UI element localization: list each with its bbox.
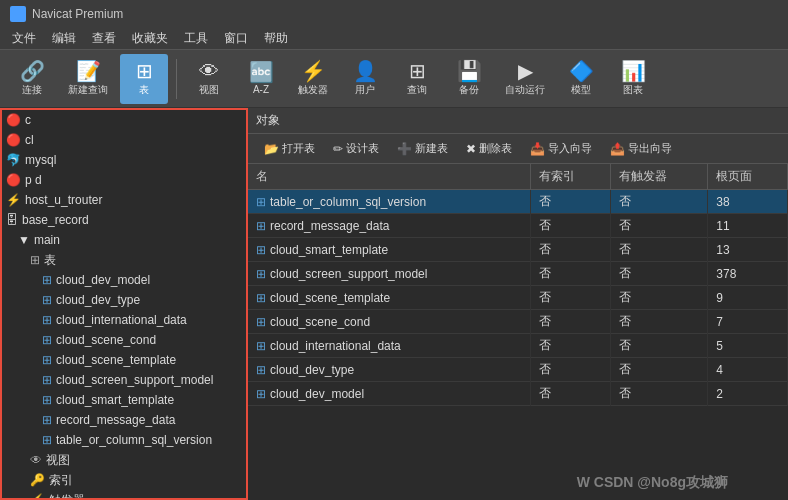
table-row[interactable]: ⊞cloud_scene_cond否否7 xyxy=(248,310,788,334)
sidebar-tree-item[interactable]: ⊞record_message_data xyxy=(2,410,246,430)
menu-item-窗口[interactable]: 窗口 xyxy=(216,28,256,49)
obj-btn-open-table[interactable]: 📂打开表 xyxy=(256,137,323,161)
toolbar-btn-trigger[interactable]: ⚡触发器 xyxy=(289,54,337,104)
table-row-icon: ⊞ xyxy=(256,387,266,401)
tree-label: 索引 xyxy=(49,472,73,489)
sidebar-item[interactable]: 🔴c xyxy=(2,110,246,130)
tree-icon: ⊞ xyxy=(30,253,40,267)
sidebar-item[interactable]: ⚡host_u_trouter xyxy=(2,190,246,210)
obj-btn-import-wizard[interactable]: 📥导入向导 xyxy=(522,137,600,161)
obj-btn-export-wizard[interactable]: 📤导出向导 xyxy=(602,137,680,161)
tree-label: 表 xyxy=(44,252,56,269)
table-name-cell: ⊞record_message_data xyxy=(248,214,530,238)
sidebar-tree-item[interactable]: ⊞cloud_screen_support_model xyxy=(2,370,246,390)
sidebar-item[interactable]: 🐬mysql xyxy=(2,150,246,170)
menu-item-编辑[interactable]: 编辑 xyxy=(44,28,84,49)
sidebar-tree-item[interactable]: 👁视图 xyxy=(2,450,246,470)
db-label: base_record xyxy=(22,213,89,227)
app-icon xyxy=(10,6,26,22)
new-query-label: 新建查询 xyxy=(68,83,108,97)
autorun-icon: ▶ xyxy=(518,61,533,81)
table-row[interactable]: ⊞table_or_column_sql_version否否38 xyxy=(248,190,788,214)
table-row-icon: ⊞ xyxy=(256,315,266,329)
query-icon: ⊞ xyxy=(409,61,426,81)
tree-icon: ⊞ xyxy=(42,393,52,407)
sidebar-icon: 🔴 xyxy=(6,133,21,147)
table-row[interactable]: ⊞cloud_smart_template否否13 xyxy=(248,238,788,262)
has-index-cell: 否 xyxy=(530,310,610,334)
sidebar-tree-item[interactable]: ⊞table_or_column_sql_version xyxy=(2,430,246,450)
connect-label: 连接 xyxy=(22,83,42,97)
toolbar-btn-connect[interactable]: 🔗连接 xyxy=(8,54,56,104)
toolbar-btn-user[interactable]: 👤用户 xyxy=(341,54,389,104)
has-trigger-cell: 否 xyxy=(610,382,708,406)
has-index-cell: 否 xyxy=(530,214,610,238)
import-wizard-label: 导入向导 xyxy=(548,141,592,156)
sidebar-tree-item[interactable]: 🔑索引 xyxy=(2,470,246,490)
sidebar-tree-item[interactable]: ⊞cloud_scene_cond xyxy=(2,330,246,350)
menu-item-工具[interactable]: 工具 xyxy=(176,28,216,49)
table-row[interactable]: ⊞record_message_data否否11 xyxy=(248,214,788,238)
sidebar: 🔴c🔴cl🐬mysql🔴p d⚡host_u_trouter🗄base_reco… xyxy=(0,108,248,500)
has-trigger-cell: 否 xyxy=(610,190,708,214)
toolbar-btn-table[interactable]: ⊞表 xyxy=(120,54,168,104)
view-icon: 👁 xyxy=(199,61,219,81)
sidebar-tree-item[interactable]: ⊞cloud_dev_model xyxy=(2,270,246,290)
sidebar-tree-item[interactable]: ⊞cloud_dev_type xyxy=(2,290,246,310)
toolbar-btn-chart[interactable]: 📊图表 xyxy=(609,54,657,104)
backup-label: 备份 xyxy=(459,83,479,97)
menu-item-查看[interactable]: 查看 xyxy=(84,28,124,49)
menu-item-文件[interactable]: 文件 xyxy=(4,28,44,49)
table-row[interactable]: ⊞cloud_screen_support_model否否378 xyxy=(248,262,788,286)
obj-btn-design-table[interactable]: ✏设计表 xyxy=(325,137,387,161)
sidebar-tree-item[interactable]: ⊞cloud_scene_template xyxy=(2,350,246,370)
has-index-cell: 否 xyxy=(530,262,610,286)
sidebar-item-schema[interactable]: ▼main xyxy=(2,230,246,250)
sidebar-label: host_u_trouter xyxy=(25,193,102,207)
delete-table-icon: ✖ xyxy=(466,142,476,156)
sidebar-icon: ⚡ xyxy=(6,193,21,207)
tree-label: cloud_scene_template xyxy=(56,353,176,367)
obj-btn-new-table[interactable]: ➕新建表 xyxy=(389,137,456,161)
tree-icon: ⊞ xyxy=(42,293,52,307)
table-row[interactable]: ⊞cloud_dev_type否否4 xyxy=(248,358,788,382)
menu-item-收藏夹[interactable]: 收藏夹 xyxy=(124,28,176,49)
tree-icon: ⊞ xyxy=(42,413,52,427)
sidebar-tree-item[interactable]: ⚡触发器 xyxy=(2,490,246,500)
sidebar-tree-item[interactable]: ⊞cloud_smart_template xyxy=(2,390,246,410)
col-header: 名 xyxy=(248,164,530,190)
object-header: 对象 xyxy=(248,108,788,134)
has-trigger-cell: 否 xyxy=(610,214,708,238)
sidebar-tree-item[interactable]: ⊞cloud_international_data xyxy=(2,310,246,330)
toolbar-btn-backup[interactable]: 💾备份 xyxy=(445,54,493,104)
table-row-icon: ⊞ xyxy=(256,363,266,377)
has-trigger-cell: 否 xyxy=(610,286,708,310)
table-row-icon: ⊞ xyxy=(256,267,266,281)
col-header: 有触发器 xyxy=(610,164,708,190)
toolbar-btn-view[interactable]: 👁视图 xyxy=(185,54,233,104)
has-trigger-cell: 否 xyxy=(610,310,708,334)
sidebar-item[interactable]: 🔴cl xyxy=(2,130,246,150)
table-row[interactable]: ⊞cloud_scene_template否否9 xyxy=(248,286,788,310)
obj-btn-delete-table[interactable]: ✖删除表 xyxy=(458,137,520,161)
toolbar-btn-az[interactable]: 🔤A-Z xyxy=(237,54,285,104)
az-label: A-Z xyxy=(253,84,269,95)
new-table-icon: ➕ xyxy=(397,142,412,156)
sidebar-item-db[interactable]: 🗄base_record xyxy=(2,210,246,230)
toolbar-btn-query[interactable]: ⊞查询 xyxy=(393,54,441,104)
toolbar-btn-model[interactable]: 🔷模型 xyxy=(557,54,605,104)
root-page-cell: 13 xyxy=(708,238,788,262)
has-index-cell: 否 xyxy=(530,190,610,214)
toolbar-btn-new-query[interactable]: 📝新建查询 xyxy=(60,54,116,104)
tree-icon: ⊞ xyxy=(42,313,52,327)
sidebar-label: p d xyxy=(25,173,42,187)
sidebar-tree-item[interactable]: ⊞表 xyxy=(2,250,246,270)
root-page-cell: 4 xyxy=(708,358,788,382)
toolbar-btn-autorun[interactable]: ▶自动运行 xyxy=(497,54,553,104)
table-row[interactable]: ⊞cloud_dev_model否否2 xyxy=(248,382,788,406)
table-row[interactable]: ⊞cloud_international_data否否5 xyxy=(248,334,788,358)
table-name-cell: ⊞cloud_scene_template xyxy=(248,286,530,310)
sidebar-item[interactable]: 🔴p d xyxy=(2,170,246,190)
tree-label: table_or_column_sql_version xyxy=(56,433,212,447)
menu-item-帮助[interactable]: 帮助 xyxy=(256,28,296,49)
